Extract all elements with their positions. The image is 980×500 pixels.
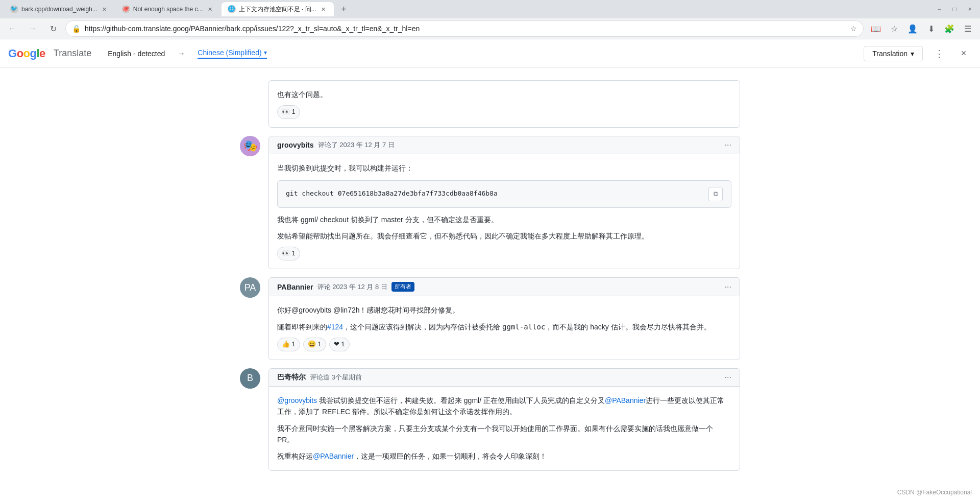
reader-mode-button[interactable]: 📖 bbox=[868, 20, 884, 37]
google-g2: g bbox=[30, 47, 37, 60]
groovybits-menu-button[interactable]: ··· bbox=[725, 140, 731, 150]
groovybits-comment-header: groovybits 评论了 2023 年 12 月 7 日 ··· bbox=[269, 136, 740, 154]
github-page: 也有这个问题。 👀 1 🎭 groovybits 评论了 2023 年 12 月… bbox=[232, 68, 748, 491]
pabannier-text-1: 你好@groovybits @lin72h！感谢您花时间寻找部分修复。 bbox=[277, 304, 731, 316]
options-dots-icon: ⋮ bbox=[935, 48, 944, 59]
downloads-button[interactable]: ⬇ bbox=[923, 20, 939, 37]
avatar-groovybits: 🎭 bbox=[240, 136, 260, 156]
tab-bark-favicon: 🐦 bbox=[10, 5, 18, 13]
tab-github[interactable]: 🐙 Not enough space the c... ✕ bbox=[116, 2, 220, 16]
tab-translate[interactable]: 🌐 上下文内存池空间不足 · 问... ✕ bbox=[222, 2, 334, 16]
url-bar[interactable]: 🔒 https://github-com.translate.goog/PABa… bbox=[65, 20, 864, 37]
tab-bark-label: bark.cpp/download_weigh... bbox=[21, 6, 97, 13]
pabannier-text-2: 随着即将到来的#124，这个问题应该得到解决，因为内存估计被委托给 ggml-a… bbox=[277, 321, 731, 332]
partial-comment-reactions: 👀 1 bbox=[277, 105, 731, 119]
pabannier-author: PABannier bbox=[277, 283, 313, 291]
pabannier-menu-button[interactable]: ··· bbox=[725, 282, 731, 292]
tab-bar: 🐦 bark.cpp/download_weigh... ✕ 🐙 Not eno… bbox=[0, 0, 980, 18]
avatar-col-pabannier: PA bbox=[240, 277, 260, 360]
comment-thread: 也有这个问题。 👀 1 🎭 groovybits 评论了 2023 年 12 月… bbox=[240, 80, 740, 479]
pabannier-date: 评论 2023 年 12 月 8 日 bbox=[317, 282, 387, 292]
avatar-col-groovybits: 🎭 bbox=[240, 136, 260, 269]
close-button[interactable]: × bbox=[964, 3, 976, 15]
bartoer-comment-box: 巴奇特尔 评论道 3个星期前 ··· @groovybits 我尝试切换提交但不… bbox=[268, 368, 740, 471]
mention-pabannier[interactable]: @PABannier bbox=[605, 396, 646, 404]
pabannier-comment-box: PABannier 评论 2023 年 12 月 8 日 所有者 ··· 你好@… bbox=[268, 277, 740, 360]
tab-translate-close[interactable]: ✕ bbox=[320, 5, 328, 13]
owner-badge: 所有者 bbox=[391, 282, 414, 292]
groovybits-text-2: 我也将 ggml/ checkout 切换到了 master 分支，但不确定这是… bbox=[277, 214, 731, 225]
translation-button-dropdown: ▾ bbox=[911, 50, 914, 58]
partial-comment-box: 也有这个问题。 👀 1 bbox=[268, 80, 740, 128]
maximize-button[interactable]: □ bbox=[948, 3, 961, 15]
toolbar-right: 📖 ☆ 👤 ⬇ 🧩 ☰ bbox=[868, 20, 976, 37]
browser-chrome: 🐦 bark.cpp/download_weigh... ✕ 🐙 Not eno… bbox=[0, 0, 980, 39]
tab-github-label: Not enough space the c... bbox=[133, 6, 203, 13]
pabannier-reactions: 👍 1 😄 1 ❤ 1 bbox=[277, 338, 731, 351]
target-language-label: Chinese (Simplified) bbox=[198, 49, 261, 57]
watermark: CSDN @FakeOccupational bbox=[897, 489, 972, 496]
translation-button[interactable]: Translation ▾ bbox=[864, 46, 923, 61]
window-controls: − □ × bbox=[933, 3, 976, 15]
copy-code-button[interactable]: ⧉ bbox=[708, 187, 723, 201]
address-bar: ← → ↻ 🔒 https://github-com.translate.goo… bbox=[0, 18, 980, 39]
groovybits-text-3: 发帖希望能帮助找出问题所在。我会仔细查看它，但不熟悉代码，因此不确定我能在多大程… bbox=[277, 230, 731, 242]
tab-translate-label: 上下文内存池空间不足 · 问... bbox=[239, 5, 316, 14]
tab-bark-close[interactable]: ✕ bbox=[101, 5, 109, 13]
comment-groovybits: 🎭 groovybits 评论了 2023 年 12 月 7 日 ··· 当我切… bbox=[240, 136, 740, 269]
reaction-smile[interactable]: 😄 1 bbox=[303, 338, 326, 351]
reaction-heart[interactable]: ❤ 1 bbox=[329, 338, 350, 351]
translate-close-button[interactable]: × bbox=[955, 45, 972, 62]
new-tab-button[interactable]: + bbox=[337, 2, 351, 16]
bartoer-author: 巴奇特尔 bbox=[277, 373, 306, 382]
partial-comment: 也有这个问题。 👀 1 bbox=[268, 80, 740, 128]
source-language-button[interactable]: English - detected bbox=[108, 50, 165, 58]
groovybits-author: groovybits bbox=[277, 141, 314, 149]
avatar-col-bartoer: B bbox=[240, 368, 260, 471]
bartoer-menu-button[interactable]: ··· bbox=[725, 373, 731, 382]
avatar-pabannier: PA bbox=[240, 277, 260, 298]
bookmark-icon[interactable]: ☆ bbox=[850, 25, 857, 33]
tab-github-close[interactable]: ✕ bbox=[206, 5, 214, 13]
comment-pabannier: PA PABannier 评论 2023 年 12 月 8 日 所有者 ··· … bbox=[240, 277, 740, 360]
reaction-thumbsup[interactable]: 👍 1 bbox=[277, 338, 300, 351]
mention-groovybits[interactable]: @groovybits bbox=[277, 396, 317, 404]
translate-label: Translate bbox=[54, 48, 91, 59]
google-o1: o bbox=[17, 47, 23, 60]
forward-button[interactable]: → bbox=[24, 20, 41, 37]
translate-bar: Google Translate English - detected → Ch… bbox=[0, 39, 980, 68]
page-content: 也有这个问题。 👀 1 🎭 groovybits 评论了 2023 年 12 月… bbox=[0, 68, 980, 500]
url-text: https://github-com.translate.goog/PABann… bbox=[85, 25, 846, 33]
back-button[interactable]: ← bbox=[4, 20, 20, 37]
mention-pabannier-2[interactable]: @PABannier bbox=[313, 452, 354, 460]
language-direction-arrow: → bbox=[177, 49, 185, 58]
issue-link-124[interactable]: #124 bbox=[327, 323, 343, 331]
bookmark-button[interactable]: ☆ bbox=[886, 20, 902, 37]
partial-comment-text: 也有这个问题。 bbox=[277, 89, 731, 100]
pabannier-comment-header: PABannier 评论 2023 年 12 月 8 日 所有者 ··· bbox=[269, 278, 740, 296]
google-o2: o bbox=[23, 47, 30, 60]
groovybits-text-1: 当我切换到此提交时，我可以构建并运行： bbox=[277, 162, 731, 174]
tab-bark[interactable]: 🐦 bark.cpp/download_weigh... ✕ bbox=[4, 2, 115, 16]
bartoer-text-2: 我不介意同时实施一个黑客解决方案，只要主分支或某个分支有一个我可以开始使用的工作… bbox=[277, 423, 731, 446]
bartoer-comment-header: 巴奇特尔 评论道 3个星期前 ··· bbox=[269, 369, 740, 387]
reaction-eyes-groovybits[interactable]: 👀 1 bbox=[277, 247, 300, 260]
tab-translate-favicon: 🌐 bbox=[228, 5, 236, 13]
extensions-button[interactable]: 🧩 bbox=[941, 20, 958, 37]
reaction-eyes[interactable]: 👀 1 bbox=[277, 105, 300, 119]
tab-github-favicon: 🐙 bbox=[122, 5, 130, 13]
menu-button[interactable]: ☰ bbox=[960, 20, 976, 37]
groovybits-code-block: git checkout 07e651618b3a8a27de3bfa7f733… bbox=[277, 180, 731, 208]
google-e: e bbox=[39, 47, 45, 60]
bartoer-text-1: @groovybits 我尝试切换提交但不运行，构建失败。看起来 ggml/ 正… bbox=[277, 395, 731, 418]
translate-options-button[interactable]: ⋮ bbox=[931, 45, 947, 62]
comment-bartoer: B 巴奇特尔 评论道 3个星期前 ··· @groovybits 我尝试切换提交… bbox=[240, 368, 740, 471]
code-text: git checkout 07e651618b3a8a27de3bfa7f733… bbox=[286, 188, 498, 199]
minimize-button[interactable]: − bbox=[933, 3, 945, 15]
refresh-button[interactable]: ↻ bbox=[45, 20, 61, 37]
account-button[interactable]: 👤 bbox=[904, 20, 921, 37]
groovybits-action: 评论了 2023 年 12 月 7 日 bbox=[318, 140, 395, 150]
target-language-button[interactable]: Chinese (Simplified) ▾ bbox=[198, 49, 266, 59]
groovybits-comment-box: groovybits 评论了 2023 年 12 月 7 日 ··· 当我切换到… bbox=[268, 136, 740, 269]
google-logo[interactable]: Google bbox=[8, 47, 45, 60]
